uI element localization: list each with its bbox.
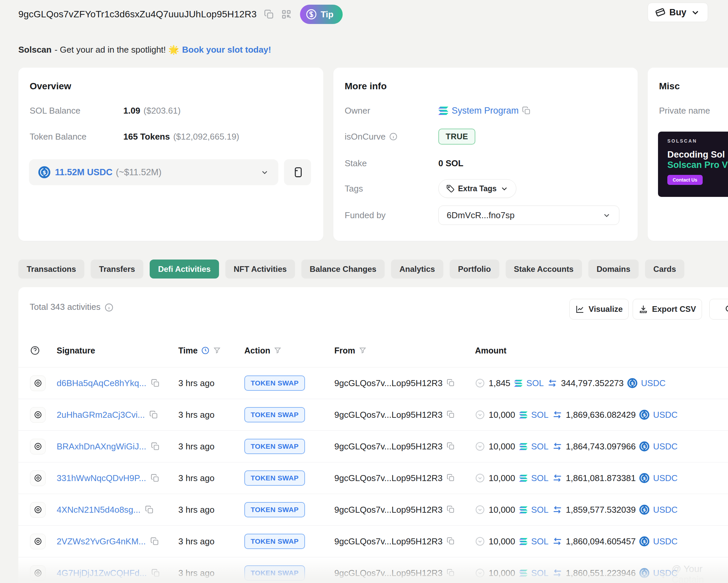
signature-link[interactable]: 4G7HjDjJ1ZwCQHFd... [57,568,147,578]
page-header: 9gcGLQos7vZFYoTr1c3d6sxZu4Q7uuuJUhLop95H… [18,0,728,29]
expand-circle-icon[interactable] [475,473,485,483]
token-out-link[interactable]: USDC [653,473,678,483]
copy-icon[interactable] [447,411,455,419]
overview-title: Overview [30,81,71,92]
signature-link[interactable]: BRAxhDnAXngWiGiJ... [57,441,146,452]
extra-tags-button[interactable]: Extra Tags [438,179,516,198]
usdc-icon: $ [639,536,649,546]
token-in-link[interactable]: SOL [531,505,549,515]
amount-out: 1,859,577.532039 [566,505,636,515]
token-out-link[interactable]: USDC [653,536,678,547]
expand-circle-icon[interactable] [475,536,485,546]
tab-stake-accounts[interactable]: Stake Accounts [506,259,582,278]
tab-cards[interactable]: Cards [645,259,684,278]
action-badge[interactable]: TOKEN SWAP [244,470,305,486]
tab-transfers[interactable]: Transfers [91,259,143,278]
signature-link[interactable]: 2VZWs2YvGrG4nKM... [57,536,146,547]
tip-button[interactable]: Tip [300,5,343,24]
usdc-icon: $ [38,166,50,178]
token-in-link[interactable]: SOL [531,473,549,483]
copy-icon[interactable] [151,474,159,482]
token-out-link[interactable]: USDC [653,505,678,515]
preview-button[interactable] [30,407,46,423]
copy-icon[interactable] [447,442,455,451]
expand-circle-icon[interactable] [475,505,485,515]
amount-out: 1,860,094.605457 [566,536,636,547]
signature-link[interactable]: d6BHa5qAqCe8hYkq... [57,378,146,388]
filter-icon[interactable] [274,346,282,355]
expand-circle-icon[interactable] [475,441,485,451]
solscan-pro-ad[interactable]: SOLSCAN Decoding Sol Solscan Pro V Conta… [658,132,728,197]
copy-icon[interactable] [151,442,160,451]
copy-icon[interactable] [149,411,158,419]
account-address: 9gcGLQos7vZFYoTr1c3d6sxZu4Q7uuuJUhLop95H… [18,9,257,20]
copy-icon[interactable] [447,379,455,387]
copy-icon[interactable] [522,106,531,115]
tab-domains[interactable]: Domains [588,259,639,278]
info-icon[interactable] [104,303,113,311]
signature-link[interactable]: 331hWwNqcQDvH9P... [57,473,146,483]
token-in-link[interactable]: SOL [526,378,544,388]
copy-icon[interactable] [151,569,160,577]
copy-icon[interactable] [145,505,154,514]
preview-button[interactable] [30,534,46,549]
preview-button[interactable] [30,565,46,581]
tab-transactions[interactable]: Transactions [18,259,84,278]
token-selector[interactable]: $ 11.52M USDC (~$11.52M) [29,159,278,185]
action-badge[interactable]: TOKEN SWAP [244,565,305,581]
buy-button[interactable]: Buy [648,3,708,22]
action-badge[interactable]: TOKEN SWAP [244,439,305,454]
copy-icon[interactable] [447,474,455,482]
visualize-button[interactable]: Visualize [569,299,629,320]
copy-address-button[interactable] [264,9,274,19]
token-in-link[interactable]: SOL [531,441,549,452]
action-badge[interactable]: TOKEN SWAP [244,502,305,517]
funded-by-select[interactable]: 6DmVcR...fno7sp [438,205,619,225]
tab-defi-activities[interactable]: Defi Activities [150,259,219,278]
copy-icon[interactable] [447,569,455,577]
svg-text:$: $ [643,507,646,512]
help-circle-icon[interactable] [30,345,40,356]
owner-link[interactable]: System Program [452,106,519,116]
copy-icon[interactable] [447,537,455,546]
qr-code-button[interactable] [281,9,291,19]
preview-button[interactable] [30,470,46,486]
expand-circle-icon[interactable] [475,378,485,388]
expand-circle-icon[interactable] [475,568,485,578]
search-button[interactable] [709,299,728,320]
activity-time: 3 hrs ago [178,441,244,452]
filter-icon[interactable] [213,346,221,355]
token-out-link[interactable]: USDC [653,410,678,420]
amount-in: 1,845 [489,378,510,388]
amount-out: 1,861,081.873381 [566,473,636,483]
contact-us-button[interactable]: Contact Us [667,175,703,185]
token-out-link[interactable]: USDC [653,441,678,452]
info-icon[interactable] [389,132,398,141]
tab-portfolio[interactable]: Portfolio [450,259,499,278]
action-badge[interactable]: TOKEN SWAP [244,376,305,391]
signature-link[interactable]: 2uHhaGRm2aCj3Cvi... [57,410,145,420]
copy-icon[interactable] [150,537,159,546]
token-portfolio-button[interactable] [284,159,311,185]
token-in-link[interactable]: SOL [531,568,549,578]
tab-nft-activities[interactable]: NFT Activities [225,259,295,278]
copy-icon[interactable] [151,379,160,387]
tab-balance-changes[interactable]: Balance Changes [301,259,385,278]
signature-link[interactable]: 4XNcN21N5d4o8sg... [57,505,140,515]
token-out-link[interactable]: USDC [641,378,666,388]
filter-icon[interactable] [359,346,367,355]
preview-button[interactable] [30,502,46,518]
action-badge[interactable]: TOKEN SWAP [244,534,305,549]
token-in-link[interactable]: SOL [531,536,549,547]
tab-analytics[interactable]: Analytics [391,259,443,278]
preview-button[interactable] [30,376,46,391]
expand-circle-icon[interactable] [475,410,485,420]
token-in-link[interactable]: SOL [531,410,549,420]
promo-link[interactable]: Book your slot today! [182,45,271,55]
copy-icon[interactable] [447,505,455,514]
clock-icon[interactable] [201,346,210,355]
from-address: 9gcGLQos7v...Lop95H12R3 [334,505,443,515]
preview-button[interactable] [30,439,46,454]
export-csv-button[interactable]: Export CSV [633,299,702,320]
action-badge[interactable]: TOKEN SWAP [244,407,305,422]
